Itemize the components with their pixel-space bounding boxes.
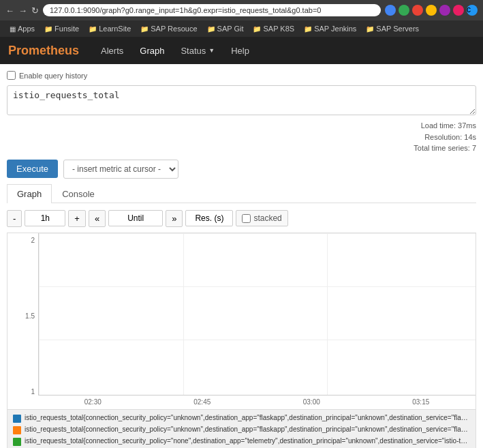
- back-button[interactable]: ←: [5, 5, 14, 16]
- browser-icons: c: [385, 5, 478, 16]
- folder-icon: 📁: [207, 25, 215, 33]
- x-axis: 02:30 02:45 03:00 03:15: [38, 395, 476, 409]
- y-axis: 2 1.5 1: [7, 233, 38, 395]
- zoom-out-button[interactable]: -: [7, 210, 22, 227]
- legend-text-0: istio_requests_total{connection_security…: [25, 414, 470, 421]
- bookmark-sap-jenkins[interactable]: 📁 SAP Jenkins: [300, 23, 360, 34]
- legend-area: istio_requests_total{connection_security…: [7, 410, 476, 449]
- total-time-series: Total time series: 7: [7, 143, 476, 154]
- res-input[interactable]: [185, 210, 233, 226]
- query-history-row: Enable query history: [7, 71, 476, 80]
- execute-button[interactable]: Execute: [7, 160, 58, 178]
- y-label-1: 1: [31, 388, 35, 395]
- nav-help[interactable]: Help: [223, 39, 258, 63]
- reload-button[interactable]: ↻: [31, 5, 39, 16]
- y-label-2: 2: [31, 237, 35, 244]
- tab-graph[interactable]: Graph: [7, 184, 52, 203]
- query-history-checkbox[interactable]: [7, 71, 16, 80]
- zoom-in-button[interactable]: +: [68, 210, 86, 227]
- legend-item-1: istio_requests_total{connection_security…: [13, 424, 470, 436]
- top-nav: Prometheus Alerts Graph Status ▼ Help: [0, 37, 483, 64]
- folder-icon: 📁: [44, 25, 52, 33]
- tab-console[interactable]: Console: [52, 184, 105, 203]
- execute-row: Execute - insert metric at cursor -: [7, 160, 476, 179]
- until-input[interactable]: [108, 210, 163, 226]
- stacked-checkbox[interactable]: [242, 214, 251, 223]
- profile-icon: c: [467, 5, 478, 16]
- url-bar[interactable]: 127.0.0.1:9090/graph?g0.range_input=1h&g…: [43, 4, 381, 16]
- apps-icon: ▦: [10, 25, 16, 33]
- grid-line-h-33: [39, 286, 476, 287]
- legend-color-2: [13, 438, 21, 446]
- graph-area: 2 1.5 1 02:30 02:45 03:00 03:15: [7, 233, 476, 410]
- x-label-0: 02:30: [84, 398, 102, 406]
- query-input[interactable]: istio_requests_total: [7, 85, 476, 115]
- browser-icon-3: [412, 5, 423, 16]
- nav-status[interactable]: Status ▼: [172, 39, 223, 63]
- bookmark-sap-k8s[interactable]: 📁 SAP K8S: [249, 23, 298, 34]
- nav-alerts[interactable]: Alerts: [93, 39, 131, 63]
- forward-time-button[interactable]: »: [166, 210, 183, 227]
- back-time-button[interactable]: «: [89, 210, 106, 227]
- y-label-15: 1.5: [25, 312, 35, 320]
- grid-line-v-0: [39, 233, 40, 395]
- tabs-row: Graph Console: [7, 184, 476, 203]
- bookmark-funsite[interactable]: 📁 Funsite: [40, 23, 83, 34]
- bookmark-learnsite[interactable]: 📁 LearnSite: [84, 23, 135, 34]
- x-label-2: 03:00: [303, 398, 320, 406]
- url-text: 127.0.0.1:9090/graph?g0.range_input=1h&g…: [50, 6, 321, 14]
- browser-icon-4: [426, 5, 437, 16]
- grid-line-v-33: [183, 233, 184, 395]
- legend-text-2: istio_requests_total{connection_security…: [25, 437, 470, 445]
- bookmark-sap-servers[interactable]: 📁 SAP Servers: [362, 23, 423, 34]
- load-info: Load time: 37ms Resolution: 14s Total ti…: [7, 120, 476, 154]
- browser-icon-1: [385, 5, 396, 16]
- resolution: Resolution: 14s: [7, 132, 476, 143]
- legend-color-1: [13, 426, 21, 434]
- legend-item-2: istio_requests_total{connection_security…: [13, 436, 470, 447]
- graph-controls: - + « » stacked: [7, 210, 476, 227]
- browser-chrome: ← → ↻ 127.0.0.1:9090/graph?g0.range_inpu…: [0, 0, 483, 20]
- grid-line-h-0: [39, 233, 476, 234]
- grid-line-h-66: [39, 340, 476, 340]
- forward-button[interactable]: →: [18, 5, 27, 16]
- legend-color-0: [13, 415, 21, 423]
- folder-icon: 📁: [253, 25, 261, 33]
- app-title: Prometheus: [8, 44, 79, 58]
- bookmark-apps[interactable]: ▦ Apps: [5, 23, 39, 34]
- metric-select[interactable]: - insert metric at cursor -: [63, 160, 178, 179]
- nav-graph[interactable]: Graph: [131, 39, 172, 63]
- legend-text-1: istio_requests_total{connection_security…: [25, 425, 470, 433]
- x-label-3: 03:15: [412, 398, 429, 406]
- query-history-label: Enable query history: [19, 72, 87, 80]
- browser-icon-2: [399, 5, 409, 16]
- folder-icon: 📁: [304, 25, 312, 33]
- bookmark-sap-resource[interactable]: 📁 SAP Resouce: [136, 23, 201, 34]
- load-time: Load time: 37ms: [7, 120, 476, 132]
- stacked-label[interactable]: stacked: [236, 210, 287, 226]
- folder-icon: 📁: [140, 25, 149, 33]
- bookmark-sap-git[interactable]: 📁 SAP Git: [203, 23, 248, 34]
- chart-body: [38, 233, 476, 395]
- legend-item-0: istio_requests_total{connection_security…: [13, 413, 470, 424]
- folder-icon: 📁: [366, 25, 374, 33]
- browser-icon-5: [439, 5, 450, 16]
- folder-icon: 📁: [89, 25, 97, 33]
- range-input[interactable]: [25, 210, 65, 226]
- grid-line-v-66: [327, 233, 328, 395]
- chevron-down-icon: ▼: [208, 47, 215, 54]
- main-content: Enable query history istio_requests_tota…: [0, 64, 483, 448]
- x-label-1: 02:45: [193, 398, 211, 406]
- bookmarks-bar: ▦ Apps 📁 Funsite 📁 LearnSite 📁 SAP Resou…: [0, 20, 483, 37]
- browser-icon-6: [453, 5, 464, 16]
